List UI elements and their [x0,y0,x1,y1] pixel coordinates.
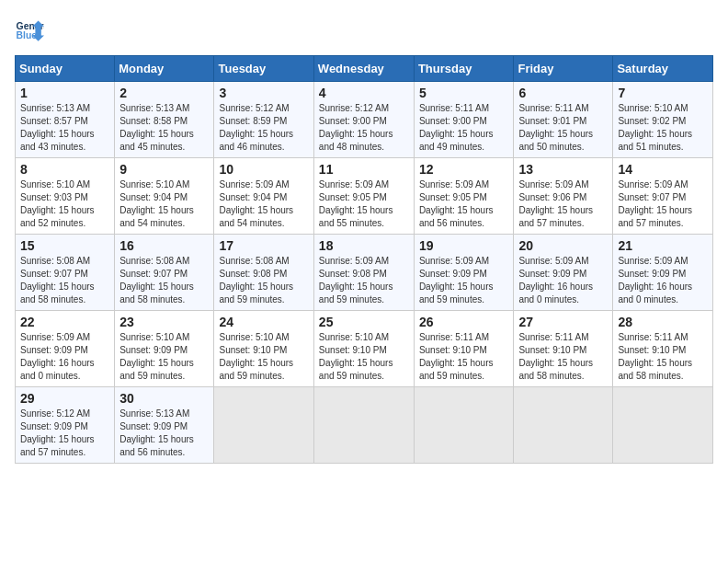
day-info: Sunrise: 5:11 AMSunset: 9:10 PMDaylight:… [618,331,708,383]
day-number: 14 [618,162,708,177]
day-number: 2 [119,86,209,100]
calendar-cell [514,387,613,464]
logo: General Blue [15,15,44,44]
calendar-cell: 21Sunrise: 5:09 AMSunset: 9:09 PMDayligh… [613,235,713,311]
calendar-cell: 7Sunrise: 5:10 AMSunset: 9:02 PMDaylight… [613,82,713,158]
svg-text:Blue: Blue [17,30,38,40]
day-info: Sunrise: 5:10 AMSunset: 9:09 PMDaylight:… [119,331,209,383]
day-number: 5 [419,86,509,100]
logo-icon: General Blue [15,15,44,44]
day-number: 12 [419,162,509,177]
calendar-header-saturday: Saturday [613,56,713,82]
calendar-cell: 12Sunrise: 5:09 AMSunset: 9:05 PMDayligh… [414,158,514,235]
calendar-cell: 26Sunrise: 5:11 AMSunset: 9:10 PMDayligh… [414,311,514,387]
day-info: Sunrise: 5:09 AMSunset: 9:05 PMDaylight:… [419,178,509,230]
calendar-cell: 2Sunrise: 5:13 AMSunset: 8:58 PMDaylight… [115,82,214,158]
calendar-cell: 8Sunrise: 5:10 AMSunset: 9:03 PMDaylight… [16,158,115,235]
day-number: 30 [119,391,209,406]
day-info: Sunrise: 5:11 AMSunset: 9:01 PMDaylight:… [518,102,608,154]
calendar-cell: 20Sunrise: 5:09 AMSunset: 9:09 PMDayligh… [514,235,613,311]
day-info: Sunrise: 5:09 AMSunset: 9:09 PMDaylight:… [518,255,608,306]
calendar-cell: 17Sunrise: 5:08 AMSunset: 9:08 PMDayligh… [214,235,313,311]
calendar-week-1: 1Sunrise: 5:13 AMSunset: 8:57 PMDaylight… [16,82,713,158]
day-number: 27 [518,315,608,329]
calendar-week-4: 22Sunrise: 5:09 AMSunset: 9:09 PMDayligh… [16,311,713,387]
calendar-cell: 27Sunrise: 5:11 AMSunset: 9:10 PMDayligh… [514,311,613,387]
day-number: 26 [419,315,509,329]
day-number: 28 [618,315,708,329]
calendar-header-thursday: Thursday [414,56,514,82]
day-info: Sunrise: 5:10 AMSunset: 9:03 PMDaylight:… [20,178,109,230]
calendar-cell [613,387,713,464]
day-info: Sunrise: 5:12 AMSunset: 9:00 PMDaylight:… [319,102,409,154]
day-number: 24 [219,315,308,329]
day-info: Sunrise: 5:13 AMSunset: 9:09 PMDaylight:… [119,408,209,459]
day-info: Sunrise: 5:09 AMSunset: 9:09 PMDaylight:… [20,331,109,383]
day-info: Sunrise: 5:11 AMSunset: 9:10 PMDaylight:… [518,331,608,383]
day-info: Sunrise: 5:13 AMSunset: 8:58 PMDaylight:… [119,102,209,154]
calendar-header-tuesday: Tuesday [214,56,313,82]
day-info: Sunrise: 5:09 AMSunset: 9:09 PMDaylight:… [419,255,509,306]
day-number: 16 [119,238,209,253]
calendar-cell: 19Sunrise: 5:09 AMSunset: 9:09 PMDayligh… [414,235,514,311]
calendar-cell: 18Sunrise: 5:09 AMSunset: 9:08 PMDayligh… [313,235,414,311]
calendar-header-monday: Monday [115,56,214,82]
calendar-cell: 22Sunrise: 5:09 AMSunset: 9:09 PMDayligh… [16,311,115,387]
day-number: 3 [219,86,308,100]
day-number: 9 [119,162,209,177]
calendar-cell: 28Sunrise: 5:11 AMSunset: 9:10 PMDayligh… [613,311,713,387]
calendar-cell: 25Sunrise: 5:10 AMSunset: 9:10 PMDayligh… [313,311,414,387]
day-number: 1 [20,86,109,100]
day-number: 19 [419,238,509,253]
day-info: Sunrise: 5:10 AMSunset: 9:10 PMDaylight:… [219,331,308,383]
day-number: 15 [20,238,109,253]
calendar-week-5: 29Sunrise: 5:12 AMSunset: 9:09 PMDayligh… [16,387,713,464]
day-info: Sunrise: 5:10 AMSunset: 9:10 PMDaylight:… [319,331,409,383]
calendar-cell: 1Sunrise: 5:13 AMSunset: 8:57 PMDaylight… [16,82,115,158]
calendar-cell: 15Sunrise: 5:08 AMSunset: 9:07 PMDayligh… [16,235,115,311]
day-number: 7 [618,86,708,100]
day-info: Sunrise: 5:12 AMSunset: 8:59 PMDaylight:… [219,102,308,154]
calendar-header-wednesday: Wednesday [313,56,414,82]
day-number: 25 [319,315,409,329]
calendar-header-sunday: Sunday [16,56,115,82]
calendar-cell: 23Sunrise: 5:10 AMSunset: 9:09 PMDayligh… [115,311,214,387]
calendar-header-row: SundayMondayTuesdayWednesdayThursdayFrid… [16,56,713,82]
day-number: 10 [219,162,308,177]
calendar-cell: 30Sunrise: 5:13 AMSunset: 9:09 PMDayligh… [115,387,214,464]
day-info: Sunrise: 5:09 AMSunset: 9:08 PMDaylight:… [319,255,409,306]
calendar-cell: 16Sunrise: 5:08 AMSunset: 9:07 PMDayligh… [115,235,214,311]
calendar-cell: 5Sunrise: 5:11 AMSunset: 9:00 PMDaylight… [414,82,514,158]
calendar-cell: 13Sunrise: 5:09 AMSunset: 9:06 PMDayligh… [514,158,613,235]
day-info: Sunrise: 5:12 AMSunset: 9:09 PMDaylight:… [20,408,109,459]
day-info: Sunrise: 5:10 AMSunset: 9:02 PMDaylight:… [618,102,708,154]
calendar-cell: 24Sunrise: 5:10 AMSunset: 9:10 PMDayligh… [214,311,313,387]
calendar-cell: 29Sunrise: 5:12 AMSunset: 9:09 PMDayligh… [16,387,115,464]
day-info: Sunrise: 5:10 AMSunset: 9:04 PMDaylight:… [119,178,209,230]
day-info: Sunrise: 5:08 AMSunset: 9:08 PMDaylight:… [219,255,308,306]
calendar-cell: 3Sunrise: 5:12 AMSunset: 8:59 PMDaylight… [214,82,313,158]
calendar-cell: 11Sunrise: 5:09 AMSunset: 9:05 PMDayligh… [313,158,414,235]
day-number: 29 [20,391,109,406]
day-number: 17 [219,238,308,253]
calendar-cell: 4Sunrise: 5:12 AMSunset: 9:00 PMDaylight… [313,82,414,158]
day-info: Sunrise: 5:09 AMSunset: 9:07 PMDaylight:… [618,178,708,230]
calendar-header-friday: Friday [514,56,613,82]
day-info: Sunrise: 5:08 AMSunset: 9:07 PMDaylight:… [119,255,209,306]
calendar-cell [214,387,313,464]
day-number: 13 [518,162,608,177]
day-number: 22 [20,315,109,329]
day-info: Sunrise: 5:13 AMSunset: 8:57 PMDaylight:… [20,102,109,154]
day-number: 21 [618,238,708,253]
calendar-body: 1Sunrise: 5:13 AMSunset: 8:57 PMDaylight… [16,82,713,464]
day-number: 18 [319,238,409,253]
day-info: Sunrise: 5:09 AMSunset: 9:04 PMDaylight:… [219,178,308,230]
day-info: Sunrise: 5:11 AMSunset: 9:00 PMDaylight:… [419,102,509,154]
day-info: Sunrise: 5:11 AMSunset: 9:10 PMDaylight:… [419,331,509,383]
day-info: Sunrise: 5:08 AMSunset: 9:07 PMDaylight:… [20,255,109,306]
day-number: 20 [518,238,608,253]
day-number: 6 [518,86,608,100]
calendar-week-3: 15Sunrise: 5:08 AMSunset: 9:07 PMDayligh… [16,235,713,311]
calendar-cell [414,387,514,464]
calendar-table: SundayMondayTuesdayWednesdayThursdayFrid… [15,55,713,464]
